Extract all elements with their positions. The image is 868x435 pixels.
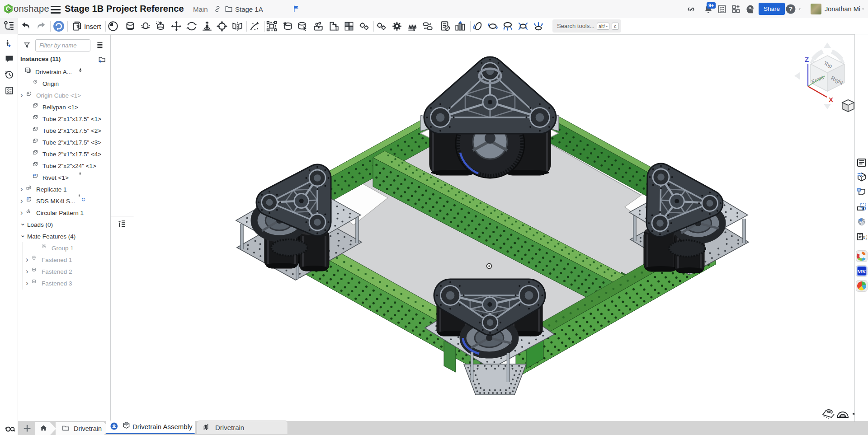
- svg-text:MK: MK: [858, 269, 866, 274]
- svg-text:Z: Z: [805, 56, 809, 63]
- svg-text:?: ?: [789, 5, 793, 13]
- svg-text:X: X: [829, 96, 833, 103]
- svg-text:x): x): [862, 235, 867, 240]
